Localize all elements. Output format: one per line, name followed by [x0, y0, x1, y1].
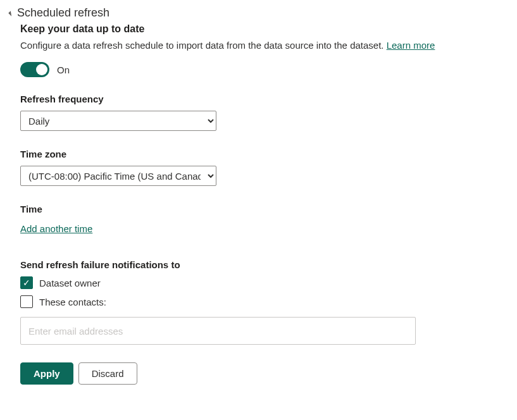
subheading: Keep your data up to date	[20, 23, 508, 35]
these-contacts-label: These contacts:	[39, 297, 106, 307]
button-row: Apply Discard	[20, 362, 508, 385]
section-header[interactable]: Scheduled refresh	[9, 6, 508, 20]
apply-button[interactable]: Apply	[20, 362, 73, 385]
frequency-select[interactable]: Daily	[20, 111, 216, 131]
dataset-owner-checkbox[interactable]: ✓	[20, 276, 33, 289]
time-label: Time	[20, 204, 508, 214]
timezone-label: Time zone	[20, 149, 508, 159]
schedule-toggle[interactable]	[20, 62, 49, 77]
timezone-select[interactable]: (UTC-08:00) Pacific Time (US and Canada)	[20, 166, 216, 186]
toggle-state-label: On	[57, 65, 70, 75]
dataset-owner-row: ✓ Dataset owner	[20, 276, 508, 289]
section-title: Scheduled refresh	[17, 6, 109, 20]
learn-more-link[interactable]: Learn more	[387, 40, 435, 51]
description: Configure a data refresh schedule to imp…	[20, 39, 508, 52]
email-addresses-input[interactable]	[20, 317, 416, 345]
frequency-label: Refresh frequency	[20, 94, 508, 104]
notifications-label: Send refresh failure notifications to	[20, 259, 508, 270]
these-contacts-row: These contacts:	[20, 295, 508, 308]
description-text: Configure a data refresh schedule to imp…	[20, 40, 387, 51]
toggle-knob	[36, 64, 47, 75]
add-time-link[interactable]: Add another time	[20, 223, 92, 234]
section-content: Keep your data up to date Configure a da…	[9, 23, 508, 385]
toggle-row: On	[20, 62, 508, 77]
dataset-owner-label: Dataset owner	[39, 278, 101, 288]
discard-button[interactable]: Discard	[78, 362, 137, 385]
these-contacts-checkbox[interactable]	[20, 295, 33, 308]
caret-expanded-icon	[8, 11, 13, 16]
checkmark-icon: ✓	[23, 278, 30, 287]
